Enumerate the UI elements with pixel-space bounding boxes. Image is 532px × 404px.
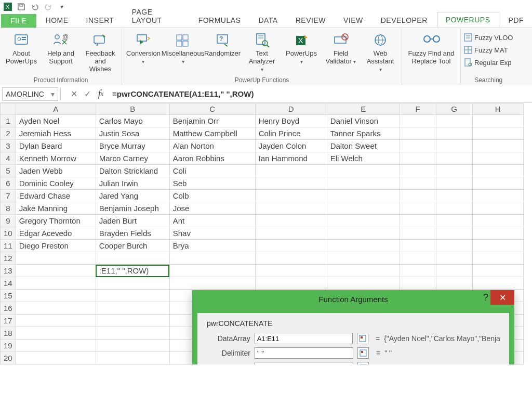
row-header[interactable]: 17: [1, 315, 16, 327]
row-header[interactable]: 12: [1, 252, 16, 265]
cell-E13[interactable]: [327, 265, 400, 277]
cell-C14[interactable]: [169, 277, 255, 290]
row-header[interactable]: 3: [1, 140, 16, 152]
row-header[interactable]: 18: [1, 327, 16, 340]
cell-D10[interactable]: [255, 227, 327, 240]
cell-C4[interactable]: Aaron Robbins: [169, 152, 255, 165]
row-header[interactable]: 6: [1, 177, 16, 190]
cell-B20[interactable]: [96, 352, 169, 364]
qat-dropdown[interactable]: ▾: [56, 1, 68, 12]
tab-file[interactable]: FILE: [1, 14, 36, 28]
cell-F6[interactable]: [400, 177, 436, 190]
col-header[interactable]: F: [400, 103, 436, 115]
range-selector-button[interactable]: [357, 347, 369, 359]
arg-input-1[interactable]: [255, 347, 353, 359]
cell-F12[interactable]: [400, 252, 436, 265]
cell-B19[interactable]: [96, 340, 169, 352]
cell-A4[interactable]: Kenneth Morrow: [16, 152, 96, 165]
cell-D6[interactable]: [255, 177, 327, 190]
cell-B3[interactable]: Bryce Murray: [96, 140, 169, 152]
cell-B5[interactable]: Dalton Strickland: [96, 165, 169, 177]
arg-input-2[interactable]: [255, 362, 353, 364]
cell-A20[interactable]: [16, 352, 96, 364]
cell-D11[interactable]: [255, 240, 327, 252]
cell-B14[interactable]: [96, 277, 169, 290]
cell-F9[interactable]: [400, 215, 436, 227]
cell-B7[interactable]: Jared Yang: [96, 190, 169, 202]
col-header[interactable]: H: [472, 103, 523, 115]
cell-B8[interactable]: Benjamin Joseph: [96, 202, 169, 215]
cell-E12[interactable]: [327, 252, 400, 265]
cell-D9[interactable]: [255, 215, 327, 227]
cell-G8[interactable]: [436, 202, 472, 215]
tab-insert[interactable]: INSERT: [78, 13, 123, 28]
cell-H3[interactable]: [472, 140, 523, 152]
cell-H8[interactable]: [472, 202, 523, 215]
dialog-close-button[interactable]: ✕: [490, 290, 514, 305]
cell-C1[interactable]: Benjamin Orr: [169, 115, 255, 127]
row-header[interactable]: 16: [1, 302, 16, 315]
row-header[interactable]: 2: [1, 127, 16, 140]
cell-D7[interactable]: [255, 190, 327, 202]
cell-G14[interactable]: [436, 277, 472, 290]
miscellaneous-button[interactable]: Miscellaneous: [165, 30, 201, 67]
worksheet[interactable]: ABCDEFGH1Ayden NoelCarlos MayoBenjamin O…: [0, 103, 532, 364]
cell-E4[interactable]: Eli Welch: [327, 152, 400, 165]
cell-D13[interactable]: [255, 265, 327, 277]
fuzzy-match-button[interactable]: Fuzzy MAT: [464, 45, 508, 55]
row-header[interactable]: 7: [1, 190, 16, 202]
cell-A17[interactable]: [16, 315, 96, 327]
randomizer-button[interactable]: ? Randomizer: [204, 30, 241, 59]
about-powerups-button[interactable]: About PowerUps: [3, 30, 39, 67]
cell-E1[interactable]: Daniel Vinson: [327, 115, 400, 127]
cell-D8[interactable]: [255, 202, 327, 215]
cell-C8[interactable]: Jose: [169, 202, 255, 215]
cell-F2[interactable]: [400, 127, 436, 140]
name-box[interactable]: AMORLINC ▾: [2, 87, 58, 101]
cell-H4[interactable]: [472, 152, 523, 165]
enter-formula-button[interactable]: ✓: [81, 88, 94, 100]
cell-G12[interactable]: [436, 252, 472, 265]
cell-G9[interactable]: [436, 215, 472, 227]
tab-review[interactable]: REVIEW: [287, 13, 334, 28]
cell-C11[interactable]: Brya: [169, 240, 255, 252]
cell-E3[interactable]: Dalton Sweet: [327, 140, 400, 152]
cell-C10[interactable]: Shav: [169, 227, 255, 240]
cell-B13[interactable]: :E11," ",ROW): [96, 265, 169, 277]
cell-G11[interactable]: [436, 240, 472, 252]
cell-A18[interactable]: [16, 327, 96, 340]
web-assistant-button[interactable]: Web Assistant: [362, 30, 398, 74]
cell-A7[interactable]: Edward Chase: [16, 190, 96, 202]
cell-G7[interactable]: [436, 190, 472, 202]
cell-F3[interactable]: [400, 140, 436, 152]
text-analyzer-button[interactable]: Text Analyzer: [244, 30, 280, 74]
help-support-button[interactable]: @ Help and Support: [43, 30, 79, 67]
cell-E8[interactable]: [327, 202, 400, 215]
row-header[interactable]: 1: [1, 115, 16, 127]
range-selector-button[interactable]: [357, 333, 368, 344]
cell-H2[interactable]: [472, 127, 523, 140]
cell-F1[interactable]: [400, 115, 436, 127]
cell-E5[interactable]: [327, 165, 400, 177]
cell-C6[interactable]: Seb: [169, 177, 255, 190]
cell-G10[interactable]: [436, 227, 472, 240]
cell-D3[interactable]: Jayden Colon: [255, 140, 327, 152]
row-header[interactable]: 14: [1, 277, 16, 290]
cell-G5[interactable]: [436, 165, 472, 177]
cell-A19[interactable]: [16, 340, 96, 352]
cell-G2[interactable]: [436, 127, 472, 140]
cell-A6[interactable]: Dominic Cooley: [16, 177, 96, 190]
cell-H6[interactable]: [472, 177, 523, 190]
cell-A1[interactable]: Ayden Noel: [16, 115, 96, 127]
row-header[interactable]: 10: [1, 227, 16, 240]
cell-A8[interactable]: Jake Manning: [16, 202, 96, 215]
cell-A12[interactable]: [16, 252, 96, 265]
cell-C12[interactable]: [169, 252, 255, 265]
tab-page-layout[interactable]: PAGE LAYOUT: [124, 5, 189, 28]
cell-H13[interactable]: [472, 265, 523, 277]
cell-C9[interactable]: Ant: [169, 215, 255, 227]
cell-D2[interactable]: Colin Prince: [255, 127, 327, 140]
cell-B6[interactable]: Julian Irwin: [96, 177, 169, 190]
cell-E2[interactable]: Tanner Sparks: [327, 127, 400, 140]
conversion-button[interactable]: Conversion: [125, 30, 162, 67]
